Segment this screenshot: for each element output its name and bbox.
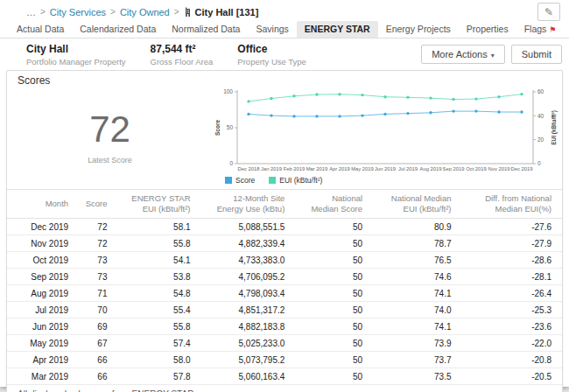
table-cell: 5,088,551.5 <box>196 218 291 234</box>
data-point <box>520 93 523 95</box>
table-cell: 67 <box>74 334 112 351</box>
latest-score-value: 72 <box>89 111 130 148</box>
x-axis-tick-label: Jul 2019 <box>398 166 418 172</box>
right-axis-tick-label: 40 <box>537 113 544 119</box>
table-cell: 73 <box>74 268 112 284</box>
table-row: Nov 20197255.84,882,339.45078.7-27.9 <box>7 234 562 251</box>
breadcrumb-current: City Hall [131] <box>184 7 259 18</box>
panel-title: Scores <box>7 71 562 87</box>
table-cell: 71 <box>74 284 112 301</box>
building-icon <box>184 7 192 17</box>
column-header: ENERGY STAR EUI (kBtu/ft²) <box>112 190 195 219</box>
table-cell: 4,733,383.0 <box>196 251 291 268</box>
tab-energy-projects[interactable]: Energy Projects <box>378 21 459 38</box>
right-axis-tick-label: 60 <box>537 88 544 94</box>
scores-panel: Scores 72 Latest Score 0501000204060Scor… <box>6 70 563 392</box>
table-row: Jun 20196955.84,882,183.85074.1-23.6 <box>7 318 562 334</box>
right-axis-tick-label: 0 <box>537 160 541 166</box>
data-point <box>474 97 477 100</box>
x-axis-tick-label: Mar 2019 <box>306 166 328 172</box>
chevron-down-icon: ▾ <box>491 52 495 60</box>
column-header: Month <box>7 190 74 219</box>
table-cell: 50 <box>290 301 368 318</box>
strip-actions: More Actions▾ Submit <box>421 45 562 64</box>
property-use-value: Office <box>237 43 306 55</box>
property-name: City Hall <box>26 43 126 55</box>
table-cell: 70 <box>74 301 112 318</box>
table-cell: -27.9 <box>457 234 563 251</box>
table-cell: 55.8 <box>112 318 195 334</box>
table-cell: 74.6 <box>368 268 456 284</box>
table-row: Oct 20197354.14,733,383.05076.5-28.6 <box>7 251 562 268</box>
table-cell: 54.8 <box>112 284 195 301</box>
tab-normalized-data[interactable]: Normalized Data <box>164 21 248 38</box>
breadcrumb-link-city-services[interactable]: City Services <box>50 7 106 18</box>
legend-item-score[interactable]: Score <box>225 176 255 185</box>
data-point <box>452 98 454 101</box>
latest-score-block: 72 Latest Score <box>7 87 213 186</box>
data-point <box>383 113 386 116</box>
column-header: 12-Month Site Energy Use (kBtu) <box>196 190 291 219</box>
chart-block: 0501000204060ScoreEUI (kBtu/ft²)Dec 2018… <box>213 87 562 186</box>
top-bar: … > City Services > City Owned > City Ha… <box>0 0 569 22</box>
data-point <box>474 109 477 112</box>
edit-button[interactable]: ✎ <box>537 3 560 21</box>
table-cell: 4,798,093.4 <box>196 284 291 301</box>
x-axis-tick-label: Dec 2019 <box>511 166 533 172</box>
table-cell: 69 <box>74 318 112 334</box>
table-cell: 5,060,163.4 <box>196 368 291 384</box>
data-point <box>429 96 432 99</box>
table-cell: Jun 2019 <box>7 318 74 334</box>
breadcrumb-separator: > <box>40 7 46 17</box>
table-cell: 74.1 <box>368 318 456 334</box>
data-point <box>315 93 318 95</box>
tab-actual-data[interactable]: Actual Data <box>9 21 72 38</box>
table-cell: Mar 2019 <box>7 368 74 384</box>
data-point <box>270 97 272 100</box>
data-point <box>338 115 341 117</box>
breadcrumb-link-city-owned[interactable]: City Owned <box>120 7 170 18</box>
table-row: Dec 20197258.15,088,551.55080.9-27.6 <box>7 218 562 234</box>
table-cell: 5,025,233.0 <box>196 334 291 351</box>
data-point <box>292 94 295 97</box>
data-point <box>247 113 249 116</box>
table-cell: 4,706,095.2 <box>196 268 291 284</box>
tab-calendarized-data[interactable]: Calendarized Data <box>72 21 164 38</box>
table-cell: 73.7 <box>368 351 456 368</box>
submit-button[interactable]: Submit <box>511 45 562 64</box>
table-row: Sep 20197353.84,706,095.25074.6-28.1 <box>7 268 562 284</box>
legend-swatch <box>225 177 232 184</box>
table-cell: 73.9 <box>368 334 456 351</box>
table-cell: 55.4 <box>112 301 195 318</box>
table-cell: 76.5 <box>368 251 456 268</box>
tab-properties[interactable]: Properties <box>459 21 516 38</box>
table-cell: 4,882,183.8 <box>196 318 291 334</box>
data-point <box>452 109 454 112</box>
legend-label: Score <box>235 176 255 185</box>
column-header: National Median Score <box>290 190 368 219</box>
page: … > City Services > City Owned > City Ha… <box>0 0 569 387</box>
data-point <box>315 115 318 117</box>
scores-row: 72 Latest Score 0501000204060ScoreEUI (k… <box>7 87 562 186</box>
more-actions-button[interactable]: More Actions▾ <box>421 45 505 64</box>
table-cell: 73.5 <box>368 368 456 384</box>
table-cell: -26.4 <box>457 284 563 301</box>
table-cell: 58.1 <box>112 218 195 234</box>
data-point <box>520 110 523 113</box>
x-axis-tick-label: Dec 2018 <box>238 166 260 172</box>
table-row: Apr 20196658.05,073,795.25073.7-20.8 <box>7 351 562 368</box>
property-name-caption: Portfolio Manager Property <box>26 57 126 66</box>
scores-chart: 0501000204060ScoreEUI (kBtu/ft²)Dec 2018… <box>213 87 562 172</box>
property-use-caption: Property Use Type <box>237 57 306 66</box>
table-cell: -25.3 <box>457 301 563 318</box>
legend-item-eui-kbtu-ft-[interactable]: EUI (kBtu/ft²) <box>269 176 322 185</box>
tab-energy-star[interactable]: ENERGY STAR <box>297 21 378 38</box>
data-point <box>247 100 249 102</box>
table-cell: 57.8 <box>112 368 195 384</box>
left-axis-tick-label: 50 <box>227 124 234 130</box>
table-cell: 50 <box>290 368 368 384</box>
breadcrumb-ellipsis[interactable]: … <box>26 7 36 18</box>
tab-savings[interactable]: Savings <box>248 21 296 38</box>
x-axis-tick-label: Aug 2019 <box>420 166 442 172</box>
tab-flags[interactable]: Flags⚑ <box>516 21 565 38</box>
